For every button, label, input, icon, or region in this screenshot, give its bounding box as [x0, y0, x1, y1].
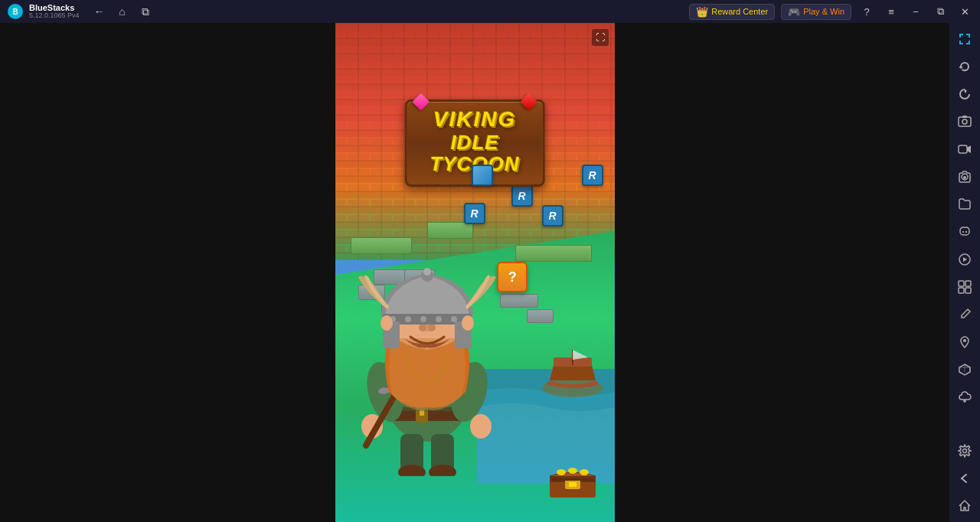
home-nav-button[interactable]: ⌂ — [113, 2, 132, 21]
menu-button[interactable]: ≡ — [882, 2, 900, 21]
expand-sidebar-button[interactable] — [952, 26, 978, 52]
svg-point-43 — [405, 316, 411, 322]
svg-point-46 — [451, 316, 457, 322]
svg-point-52 — [462, 315, 474, 331]
svg-rect-60 — [959, 145, 967, 153]
rotate-sidebar-button[interactable] — [952, 54, 978, 80]
right-sidebar — [949, 23, 980, 522]
treasure-chest — [546, 457, 599, 499]
svg-rect-15 — [552, 478, 593, 481]
video-sidebar-button[interactable] — [952, 136, 978, 162]
svg-rect-57 — [959, 117, 971, 126]
title-viking: VIKING — [423, 108, 528, 132]
brush-sidebar-button[interactable] — [952, 302, 978, 328]
svg-point-27 — [470, 414, 492, 439]
multi-sidebar-button[interactable] — [952, 274, 978, 300]
svg-point-75 — [963, 449, 967, 453]
viking-character — [335, 185, 534, 476]
svg-text:B: B — [12, 8, 18, 16]
svg-rect-68 — [959, 288, 964, 293]
app-version: 5.12.0.1065 Pv4 — [29, 12, 80, 20]
svg-rect-66 — [959, 281, 964, 286]
svg-point-64 — [965, 231, 967, 233]
titlebar: B BlueStacks 5.12.0.1065 Pv4 ← ⌂ ⧉ 👑 Rew… — [0, 0, 980, 23]
play-win-label: Play & Win — [803, 7, 844, 16]
svg-point-39 — [419, 324, 426, 331]
svg-rect-67 — [965, 281, 971, 286]
svg-point-51 — [381, 315, 393, 331]
tabs-nav-button[interactable]: ⧉ — [136, 2, 155, 21]
svg-rect-59 — [962, 116, 967, 118]
reward-center-button[interactable]: 👑 Reward Center — [689, 4, 775, 20]
svg-point-58 — [962, 119, 967, 124]
close-button[interactable]: ✕ — [956, 2, 974, 21]
main-area: R R R R ? VIKING IDLE TYCOON — [0, 23, 949, 522]
titlebar-nav: ← ⌂ ⧉ — [86, 2, 159, 21]
back-nav-button[interactable]: ← — [90, 2, 109, 21]
cloud-sidebar-button[interactable] — [952, 384, 978, 410]
svg-point-61 — [963, 176, 966, 179]
expand-button[interactable]: ⛶ — [592, 29, 609, 46]
screenshot-sidebar-button[interactable] — [952, 109, 978, 135]
map-sidebar-button[interactable] — [952, 329, 978, 355]
svg-point-44 — [420, 316, 426, 322]
home-sidebar-button[interactable] — [952, 493, 978, 519]
bluestacks-logo: B — [8, 4, 23, 19]
svg-point-48 — [423, 268, 431, 276]
app-name-group: BlueStacks 5.12.0.1065 Pv4 — [29, 3, 80, 20]
r-tile-4: R — [582, 165, 603, 186]
play-win-icon: 🎮 — [788, 6, 800, 18]
sync-sidebar-button[interactable] — [952, 81, 978, 107]
svg-point-45 — [436, 316, 442, 322]
cube-sidebar-button[interactable] — [952, 357, 978, 383]
titlebar-left: B BlueStacks 5.12.0.1065 Pv4 ← ⌂ ⧉ — [0, 2, 495, 21]
blue-gem-tile — [472, 165, 493, 186]
macro-sidebar-button[interactable] — [952, 246, 978, 272]
gamepad-sidebar-button[interactable] — [952, 219, 978, 245]
camera2-sidebar-button[interactable] — [952, 164, 978, 190]
svg-rect-69 — [965, 288, 971, 293]
svg-rect-14 — [569, 482, 577, 487]
titlebar-center: 👑 Reward Center 🎮 Play & Win ? ≡ − ⧉ ✕ — [495, 2, 980, 21]
svg-point-40 — [428, 324, 436, 331]
help-button[interactable]: ? — [858, 2, 876, 21]
back-sidebar-button[interactable] — [952, 465, 978, 491]
svg-point-70 — [963, 339, 966, 342]
folder-sidebar-button[interactable] — [952, 191, 978, 217]
wooden-boat — [538, 346, 607, 400]
reward-icon: 👑 — [696, 6, 708, 18]
svg-point-16 — [557, 469, 566, 475]
reward-center-label: Reward Center — [711, 7, 768, 16]
restore-button[interactable]: ⧉ — [931, 2, 949, 21]
game-panel[interactable]: R R R R ? VIKING IDLE TYCOON — [335, 23, 615, 522]
r-tile-3: R — [542, 205, 564, 227]
svg-point-17 — [568, 468, 577, 474]
minimize-button[interactable]: − — [906, 2, 925, 21]
play-win-button[interactable]: 🎮 Play & Win — [781, 4, 851, 20]
settings-sidebar-button[interactable] — [952, 438, 978, 464]
svg-point-18 — [580, 469, 589, 475]
